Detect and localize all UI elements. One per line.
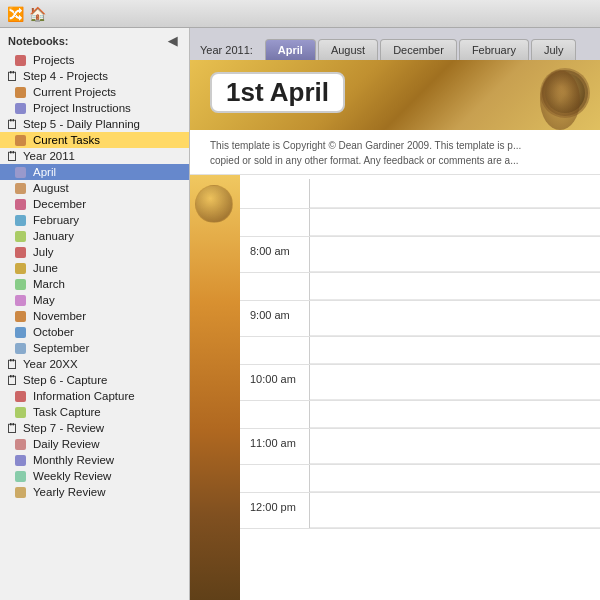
notebook-icon	[14, 389, 30, 403]
sidebar-item-current-tasks[interactable]: Curent Tasks	[0, 132, 189, 148]
notebook-icon	[14, 133, 30, 147]
group-icon: 🗒	[4, 421, 20, 435]
schedule-row-empty5	[240, 401, 600, 429]
month-icon	[14, 293, 30, 307]
tab-april[interactable]: April	[265, 39, 316, 60]
sidebar-item-label: Curent Tasks	[33, 134, 100, 146]
sidebar-item-task-capture[interactable]: Task Capture	[0, 404, 189, 420]
group-icon: 🗒	[4, 149, 20, 163]
schedule-row-empty3	[240, 273, 600, 301]
sidebar-item-year2011[interactable]: 🗒 Year 2011	[0, 148, 189, 164]
sidebar-item-label: Year 20XX	[23, 358, 78, 370]
sidebar-item-november[interactable]: November	[0, 308, 189, 324]
sidebar-item-project-instructions[interactable]: Project Instructions	[0, 100, 189, 116]
sidebar-item-projects[interactable]: Projects	[0, 52, 189, 68]
sidebar-item-label: August	[33, 182, 69, 194]
sidebar-item-april[interactable]: April	[0, 164, 189, 180]
sidebar-item-weekly-review[interactable]: Weekly Review	[0, 468, 189, 484]
sidebar-item-label: March	[33, 278, 65, 290]
sidebar-item-label: Daily Review	[33, 438, 99, 450]
sidebar-item-label: Current Projects	[33, 86, 116, 98]
tab-august[interactable]: August	[318, 39, 378, 60]
tab-february[interactable]: February	[459, 39, 529, 60]
schedule-row-900: 9:00 am	[240, 301, 600, 337]
sidebar-item-october[interactable]: October	[0, 324, 189, 340]
schedule-row-800: 8:00 am	[240, 237, 600, 273]
sidebar-item-label: February	[33, 214, 79, 226]
sidebar: Notebooks: ◀ Projects 🗒 Step 4 - Project…	[0, 28, 190, 600]
sidebar-item-yearly-review[interactable]: Yearly Review	[0, 484, 189, 500]
main-area: Notebooks: ◀ Projects 🗒 Step 4 - Project…	[0, 28, 600, 600]
month-icon	[14, 181, 30, 195]
sidebar-item-label: December	[33, 198, 86, 210]
schedule-line-900	[310, 301, 600, 336]
group-icon: 🗒	[4, 357, 20, 371]
sidebar-item-step4[interactable]: 🗒 Step 4 - Projects	[0, 68, 189, 84]
sidebar-item-label: Step 7 - Review	[23, 422, 104, 434]
tab-bar: Year 2011: April August December Februar…	[190, 28, 600, 60]
time-empty1	[240, 179, 310, 208]
schedule-area: 8:00 am 9:00 am	[240, 175, 600, 600]
notebook-icon	[14, 405, 30, 419]
schedule-line-empty1	[310, 179, 600, 208]
group-icon: 🗒	[4, 373, 20, 387]
sidebar-item-info-capture[interactable]: Information Capture	[0, 388, 189, 404]
sidebar-collapse-button[interactable]: ◀	[164, 34, 181, 48]
content-area: Year 2011: April August December Februar…	[190, 28, 600, 600]
sidebar-item-label: Information Capture	[33, 390, 135, 402]
time-label-1200: 12:00 pm	[240, 493, 310, 528]
side-image	[190, 175, 240, 600]
notebook-icon	[14, 437, 30, 451]
sidebar-item-label: Task Capture	[33, 406, 101, 418]
month-icon	[14, 341, 30, 355]
sidebar-item-label: Weekly Review	[33, 470, 111, 482]
sidebar-item-year20xx[interactable]: 🗒 Year 20XX	[0, 356, 189, 372]
sidebar-item-label: Monthly Review	[33, 454, 114, 466]
toolbar-icon-arrows[interactable]: 🔀	[6, 5, 24, 23]
sidebar-tree: Projects 🗒 Step 4 - Projects Current Pro…	[0, 50, 189, 600]
sidebar-item-step7[interactable]: 🗒 Step 7 - Review	[0, 420, 189, 436]
tab-december[interactable]: December	[380, 39, 457, 60]
month-icon	[14, 325, 30, 339]
sidebar-item-daily-review[interactable]: Daily Review	[0, 436, 189, 452]
sidebar-item-step6[interactable]: 🗒 Step 6 - Capture	[0, 372, 189, 388]
sidebar-item-september[interactable]: September	[0, 340, 189, 356]
notebook-icon	[14, 469, 30, 483]
group-icon: 🗒	[4, 69, 20, 83]
sidebar-item-july[interactable]: July	[0, 244, 189, 260]
sidebar-item-may[interactable]: May	[0, 292, 189, 308]
month-icon	[14, 261, 30, 275]
year-label-text: Year 2011:	[200, 44, 253, 56]
sidebar-item-label: June	[33, 262, 58, 274]
sidebar-item-label: Step 5 - Daily Planning	[23, 118, 140, 130]
note-top-image: 1st April	[190, 60, 600, 130]
schedule-row-empty1	[240, 179, 600, 209]
month-icon	[14, 213, 30, 227]
sidebar-item-december[interactable]: December	[0, 196, 189, 212]
time-empty3	[240, 273, 310, 300]
notebook-icon	[14, 85, 30, 99]
notebooks-label: Notebooks:	[8, 35, 69, 47]
sidebar-item-monthly-review[interactable]: Monthly Review	[0, 452, 189, 468]
time-empty4	[240, 337, 310, 364]
sidebar-item-label: Yearly Review	[33, 486, 105, 498]
toolbar-icon-home[interactable]: 🏠	[28, 5, 46, 23]
notebook-icon	[14, 453, 30, 467]
schedule-line-1100	[310, 429, 600, 464]
sidebar-item-february[interactable]: February	[0, 212, 189, 228]
sidebar-item-current-projects[interactable]: Current Projects	[0, 84, 189, 100]
tab-july[interactable]: July	[531, 39, 577, 60]
note-title: 1st April	[210, 72, 345, 113]
sidebar-item-march[interactable]: March	[0, 276, 189, 292]
year-label: Year 2011:	[194, 40, 259, 60]
sidebar-item-january[interactable]: January	[0, 228, 189, 244]
schedule-row-1100: 11:00 am	[240, 429, 600, 465]
month-icon	[14, 165, 30, 179]
time-empty2	[240, 209, 310, 236]
sidebar-item-august[interactable]: August	[0, 180, 189, 196]
notebook-icon	[14, 101, 30, 115]
sidebar-item-june[interactable]: June	[0, 260, 189, 276]
time-label-800: 8:00 am	[240, 237, 310, 272]
sidebar-item-step5[interactable]: 🗒 Step 5 - Daily Planning	[0, 116, 189, 132]
sidebar-item-label: July	[33, 246, 53, 258]
